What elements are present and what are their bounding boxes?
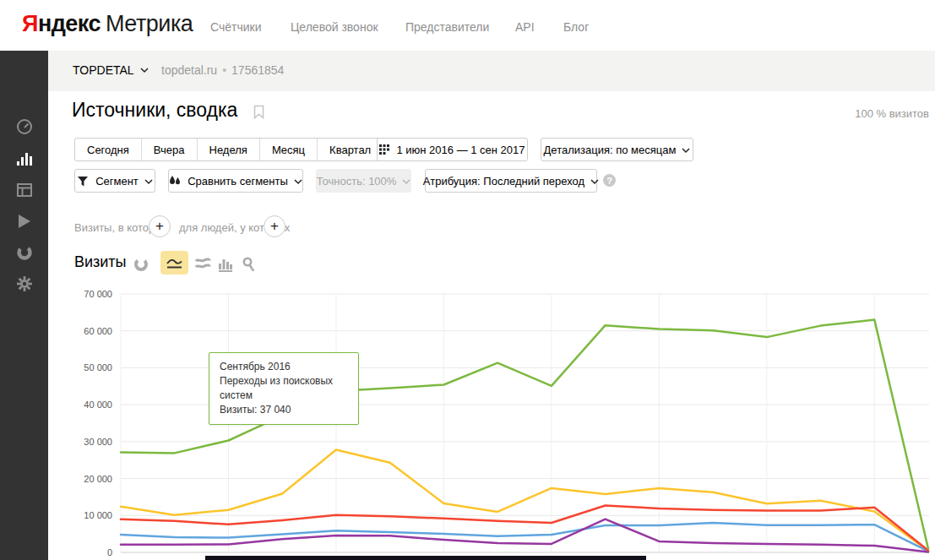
visits-line-chart[interactable]: 010 00020 00030 00040 00050 00060 00070 … <box>0 287 935 560</box>
nav-representatives[interactable]: Представители <box>405 20 489 34</box>
counter-selector[interactable]: TOPDETAL <box>73 63 149 77</box>
logo-ya-letter: Я <box>22 11 38 36</box>
svg-text:40 000: 40 000 <box>84 400 112 410</box>
detail-dropdown-button[interactable]: Детализация: по месяцам <box>541 138 693 161</box>
bookmark-icon[interactable] <box>253 105 264 122</box>
accuracy-dropdown-button[interactable]: Точность: 100% <box>316 169 411 193</box>
period-yesterday-button[interactable]: Вчера <box>141 139 197 160</box>
webvisor-play-icon[interactable] <box>0 210 48 232</box>
counter-id: 17561854 <box>231 63 284 77</box>
tooltip-period: Сентябрь 2016 <box>220 360 348 374</box>
page-title: Источники, сводка <box>72 99 237 122</box>
counter-name-label: TOPDETAL <box>73 63 134 77</box>
separator-dot: • <box>222 63 226 77</box>
add-people-condition-button[interactable]: + <box>264 215 285 237</box>
metrika-app: ЯндексМетрика Счётчики Целевой звонок Пр… <box>0 0 935 560</box>
segment-label: Сегмент <box>95 175 139 188</box>
chart-type-stacked-area-icon[interactable] <box>194 256 211 273</box>
attribution-label: Атрибуция: Последний переход <box>423 175 584 188</box>
add-visit-condition-button[interactable]: + <box>149 215 171 237</box>
chart-type-line-icon[interactable] <box>160 251 188 275</box>
svg-text:70 000: 70 000 <box>84 289 112 299</box>
visits-share-label: 100 % визитов <box>855 107 929 120</box>
counter-bar: TOPDETAL topdetal.ru•17561854 <box>48 51 935 91</box>
conversions-ring-icon[interactable] <box>0 242 48 264</box>
left-sidebar <box>0 51 48 560</box>
cutoff-content-strip <box>205 556 646 560</box>
calendar-grid-icon <box>379 144 389 155</box>
reports-bars-icon[interactable] <box>0 148 48 170</box>
svg-text:50 000: 50 000 <box>84 362 112 372</box>
settings-gear-icon[interactable] <box>0 273 48 295</box>
chart-tooltip: Сентябрь 2016 Переходы из поисковых сист… <box>209 352 359 425</box>
chevron-down-icon <box>402 175 410 188</box>
chart-type-pie-icon[interactable] <box>133 256 149 273</box>
period-today-button[interactable]: Сегодня <box>75 139 141 160</box>
nav-counters[interactable]: Счётчики <box>210 20 262 34</box>
tooltip-series-name: Переходы из поисковых систем <box>220 374 348 403</box>
chart-canvas: 010 00020 00030 00040 00050 00060 00070 … <box>0 287 935 560</box>
chevron-down-icon <box>682 144 690 156</box>
logo-product: Метрика <box>106 11 193 36</box>
chevron-down-icon <box>144 175 153 188</box>
metric-title: Визиты <box>74 253 127 271</box>
funnel-icon <box>77 176 89 187</box>
chart-type-map-pin-icon[interactable] <box>240 256 257 273</box>
two-drops-icon <box>169 175 181 187</box>
counter-domain: topdetal.ru <box>161 63 217 77</box>
chevron-down-icon <box>140 68 149 73</box>
detail-label: Детализация: по месяцам <box>544 144 677 156</box>
dashboard-gauge-icon[interactable] <box>0 116 48 138</box>
period-button-group: Сегодня Вчера Неделя Месяц Квартал Год <box>74 138 426 161</box>
nav-target-call[interactable]: Целевой звонок <box>291 20 378 34</box>
top-header: ЯндексМетрика Счётчики Целевой звонок Пр… <box>0 0 935 51</box>
widgets-layout-icon[interactable] <box>0 179 48 201</box>
tooltip-value: Визиты: 37 040 <box>220 403 348 417</box>
compare-segments-button[interactable]: Сравнить сегменты <box>168 169 303 193</box>
accuracy-label: Точность: 100% <box>317 175 397 188</box>
period-month-button[interactable]: Месяц <box>259 139 317 160</box>
date-range-label: 1 июн 2016 — 1 сен 2017 <box>396 144 525 156</box>
nav-api[interactable]: API <box>515 20 535 34</box>
svg-text:60 000: 60 000 <box>84 326 112 336</box>
svg-text:20 000: 20 000 <box>84 474 112 484</box>
counter-meta: topdetal.ru•17561854 <box>161 63 284 77</box>
attribution-dropdown-button[interactable]: Атрибуция: Последний переход <box>425 169 597 193</box>
chevron-down-icon <box>294 175 302 188</box>
attribution-help-icon[interactable]: ? <box>603 174 616 187</box>
logo-brand-rest: ндекс <box>38 11 101 36</box>
svg-text:10 000: 10 000 <box>84 510 112 520</box>
period-week-button[interactable]: Неделя <box>197 139 259 160</box>
nav-blog[interactable]: Блог <box>563 20 589 34</box>
period-quarter-button[interactable]: Квартал <box>317 139 383 160</box>
svg-text:0: 0 <box>107 547 112 557</box>
segment-button[interactable]: Сегмент <box>74 169 155 193</box>
chart-type-columns-icon[interactable] <box>217 256 234 273</box>
compare-segments-label: Сравнить сегменты <box>188 175 288 188</box>
chevron-down-icon <box>590 175 599 188</box>
yandex-metrika-logo[interactable]: ЯндексМетрика <box>22 11 193 37</box>
svg-text:30 000: 30 000 <box>84 437 112 447</box>
date-range-button[interactable]: 1 июн 2016 — 1 сен 2017 <box>377 138 528 161</box>
